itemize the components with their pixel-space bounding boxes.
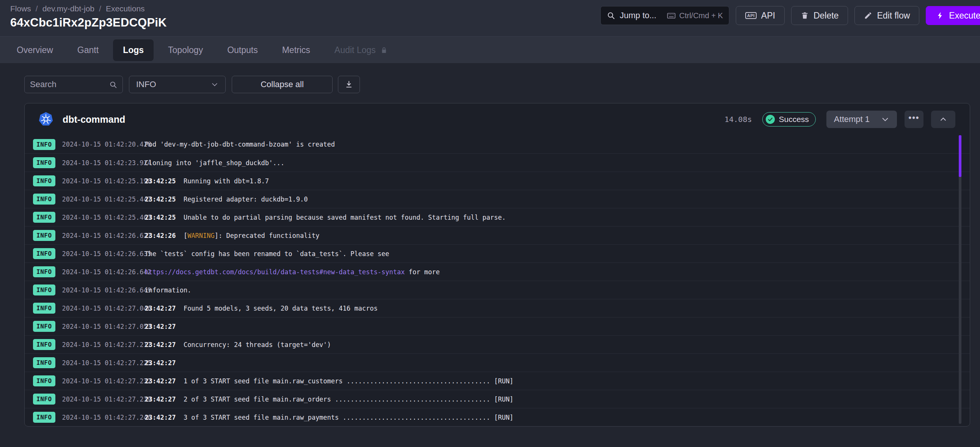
delete-button[interactable]: Delete xyxy=(791,6,848,25)
log-level-select[interactable]: INFO xyxy=(129,76,226,93)
jump-to-search[interactable]: Jump to... Ctrl/Cmd + K xyxy=(600,6,729,25)
log-timestamp: 2024-10-15 01:42:26.627 xyxy=(62,232,145,239)
log-message: 23:42:25 Running with dbt=1.8.7 xyxy=(145,177,269,185)
tab-overview[interactable]: Overview xyxy=(7,40,63,61)
log-timestamp: 2024-10-15 01:42:20.428 xyxy=(62,141,145,148)
breadcrumb-executions[interactable]: Executions xyxy=(106,4,145,13)
log-segment: 23:42:27 xyxy=(145,395,176,403)
log-row: INFO 2024-10-15 01:42:27.239 23:42:27 2 … xyxy=(25,390,970,408)
log-level-badge: INFO xyxy=(33,321,56,332)
tab-topology[interactable]: Topology xyxy=(158,40,213,61)
log-segment: [ xyxy=(176,232,187,239)
tab-logs[interactable]: Logs xyxy=(113,40,154,61)
edit-flow-button[interactable]: Edit flow xyxy=(854,6,919,25)
log-segment: 23:42:27 xyxy=(145,414,176,421)
log-segment: 23:42:25 xyxy=(145,177,176,185)
trash-icon xyxy=(800,11,809,20)
scrollbar-thumb[interactable] xyxy=(959,135,961,177)
log-segment: Found 5 models, 3 seeds, 20 data tests, … xyxy=(176,304,377,312)
log-segment: information. xyxy=(145,286,191,294)
scrollbar-track[interactable] xyxy=(959,135,961,424)
log-search-input[interactable] xyxy=(30,79,109,89)
log-message: 23:42:27 xyxy=(145,359,176,367)
log-search-box xyxy=(24,76,123,93)
log-segment: The `tests` config has been renamed to `… xyxy=(145,250,390,258)
task-name: dbt-command xyxy=(62,114,125,125)
keyboard-shortcut: Ctrl/Cmd + K xyxy=(667,11,723,20)
execute-button[interactable]: Execute xyxy=(926,6,980,25)
log-segment: WARNING xyxy=(187,232,215,239)
tab-metrics[interactable]: Metrics xyxy=(272,40,320,61)
log-timestamp: 2024-10-15 01:42:27.239 xyxy=(62,395,145,403)
kubernetes-icon xyxy=(38,112,54,127)
ellipsis-icon: ••• xyxy=(908,113,919,123)
log-list: INFO 2024-10-15 01:42:20.428 Pod 'dev-my… xyxy=(25,135,970,426)
task-log-card: dbt-command 14.08s Success Attempt 1 • xyxy=(24,103,970,426)
log-segment: Cloning into 'jaffle_shop_duckdb'... xyxy=(145,159,285,167)
breadcrumb-flows[interactable]: Flows xyxy=(10,4,31,13)
jump-to-placeholder: Jump to... xyxy=(620,11,657,21)
log-timestamp: 2024-10-15 01:42:27.046 xyxy=(62,304,145,312)
log-timestamp: 2024-10-15 01:42:27.246 xyxy=(62,414,145,421)
log-timestamp: 2024-10-15 01:42:27.053 xyxy=(62,323,145,330)
log-message: 23:42:25 Registered adapter: duckdb=1.9.… xyxy=(145,195,308,203)
log-level-badge: INFO xyxy=(33,284,56,295)
log-row: INFO 2024-10-15 01:42:27.217 23:42:27 Co… xyxy=(25,335,970,353)
breadcrumb-separator: / xyxy=(36,4,38,13)
collapse-task-button[interactable] xyxy=(931,111,955,128)
download-logs-button[interactable] xyxy=(338,76,360,93)
log-row: INFO 2024-10-15 01:42:26.649 information… xyxy=(25,281,970,299)
lightning-bolt-icon xyxy=(936,11,944,20)
log-message: 23:42:25 Unable to do partial parsing be… xyxy=(145,214,506,221)
log-timestamp: 2024-10-15 01:42:23.924 xyxy=(62,159,145,167)
log-level-badge: INFO xyxy=(33,157,56,168)
log-row: INFO 2024-10-15 01:42:26.635 The `tests`… xyxy=(25,244,970,263)
log-segment: 23:42:27 xyxy=(145,341,176,349)
tab-label: Gantt xyxy=(77,45,99,55)
api-icon: API xyxy=(745,12,757,19)
log-segment: 2 of 3 START seed file main.raw_orders .… xyxy=(176,395,513,403)
log-level-badge: INFO xyxy=(33,357,56,368)
log-segment: 3 of 3 START seed file main.raw_payments… xyxy=(176,414,513,421)
log-level-badge: INFO xyxy=(33,139,56,150)
log-link[interactable]: https://docs.getdbt.com/docs/build/data-… xyxy=(145,268,405,276)
keyboard-icon xyxy=(667,11,676,20)
log-message: 23:42:27 Concurrency: 24 threads (target… xyxy=(145,341,331,349)
log-row: INFO 2024-10-15 01:42:23.924 Cloning int… xyxy=(25,154,970,171)
log-message: 23:42:27 2 of 3 START seed file main.raw… xyxy=(145,395,514,403)
check-circle-icon xyxy=(766,115,775,124)
collapse-all-button[interactable]: Collapse all xyxy=(232,76,332,93)
log-level-badge: INFO xyxy=(33,266,56,277)
log-timestamp: 2024-10-15 01:42:26.635 xyxy=(62,250,145,258)
task-menu-button[interactable]: ••• xyxy=(905,111,923,128)
log-level-badge: INFO xyxy=(33,393,56,404)
task-duration: 14.08s xyxy=(724,115,752,124)
log-level-badge: INFO xyxy=(33,412,56,423)
search-icon xyxy=(607,11,615,20)
log-row: INFO 2024-10-15 01:42:25.463 23:42:25 Un… xyxy=(25,208,970,226)
api-button[interactable]: API API xyxy=(736,6,785,25)
log-message: https://docs.getdbt.com/docs/build/data-… xyxy=(145,268,440,276)
log-segment: Unable to do partial parsing because sav… xyxy=(176,214,506,221)
log-timestamp: 2024-10-15 01:42:25.190 xyxy=(62,177,145,185)
log-timestamp: 2024-10-15 01:42:26.642 xyxy=(62,268,145,276)
download-icon xyxy=(345,80,353,89)
log-timestamp: 2024-10-15 01:42:25.463 xyxy=(62,214,145,221)
tab-label: Overview xyxy=(17,45,53,55)
log-message: 23:42:27 xyxy=(145,323,176,330)
breadcrumb-flow-id[interactable]: dev.my-dbt-job xyxy=(43,4,94,13)
log-segment: Registered adapter: duckdb=1.9.0 xyxy=(176,195,307,203)
log-timestamp: 2024-10-15 01:42:27.232 xyxy=(62,377,145,385)
tab-label: Topology xyxy=(168,45,203,55)
tab-label: Audit Logs xyxy=(334,45,376,55)
log-row: INFO 2024-10-15 01:42:27.053 23:42:27 xyxy=(25,317,970,335)
attempt-select[interactable]: Attempt 1 xyxy=(826,111,897,128)
tab-outputs[interactable]: Outputs xyxy=(217,40,268,61)
lock-icon xyxy=(380,47,388,54)
log-row: INFO 2024-10-15 01:42:25.447 23:42:25 Re… xyxy=(25,190,970,208)
log-level-badge: INFO xyxy=(33,376,56,387)
attempt-value: Attempt 1 xyxy=(834,114,870,124)
log-level-badge: INFO xyxy=(33,175,56,186)
tab-gantt[interactable]: Gantt xyxy=(67,40,108,61)
log-segment: Running with dbt=1.8.7 xyxy=(176,177,269,185)
